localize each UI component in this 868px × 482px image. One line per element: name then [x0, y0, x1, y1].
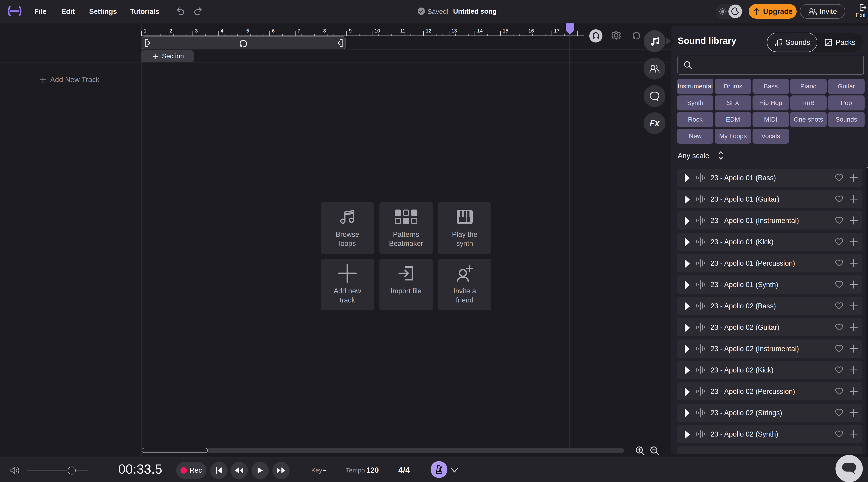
svg-text:1: 1: [144, 28, 147, 34]
svg-text:7: 7: [298, 28, 300, 34]
svg-text:5: 5: [246, 28, 249, 34]
svg-text:13: 13: [452, 28, 457, 34]
svg-text:4: 4: [220, 28, 223, 34]
svg-text:9: 9: [349, 28, 351, 34]
svg-text:12: 12: [426, 28, 431, 34]
svg-text:8: 8: [323, 28, 326, 34]
svg-text:17: 17: [554, 28, 559, 34]
svg-text:3: 3: [195, 28, 198, 34]
svg-text:14: 14: [477, 28, 483, 34]
svg-text:15: 15: [503, 28, 508, 34]
svg-text:16: 16: [528, 28, 534, 34]
svg-text:6: 6: [272, 28, 275, 34]
svg-text:11: 11: [400, 28, 405, 34]
svg-text:10: 10: [374, 28, 380, 34]
svg-text:2: 2: [169, 28, 172, 34]
